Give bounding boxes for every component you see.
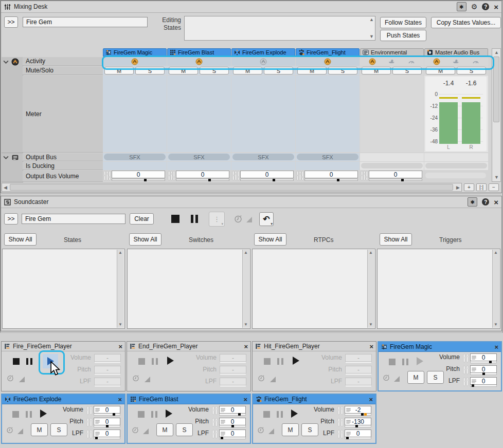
solo-button[interactable]: S bbox=[176, 423, 193, 436]
mute-button[interactable]: M bbox=[362, 67, 391, 74]
show-all-states-button[interactable]: Show All bbox=[4, 233, 37, 246]
close-icon[interactable]: × bbox=[118, 396, 122, 403]
scroll-down-icon[interactable]: ▼ bbox=[369, 323, 373, 327]
copy-states-values-button[interactable]: Copy States Values... bbox=[431, 17, 501, 28]
lpf-value[interactable]: 0 bbox=[94, 430, 120, 437]
pitch-value[interactable]: 0 bbox=[470, 365, 497, 373]
mixing-desk-titlebar[interactable]: Mixing Desk ✱ ⚙ ? × bbox=[1, 1, 501, 13]
scroll-up-icon[interactable]: ▲ bbox=[244, 251, 248, 255]
lpf-slider[interactable] bbox=[470, 385, 497, 387]
scroll-thumb[interactable] bbox=[10, 184, 453, 191]
selector-expand-button[interactable]: >> bbox=[4, 16, 18, 28]
list-scrollbar[interactable]: ▲ ▼ bbox=[242, 250, 249, 328]
volume-value[interactable]: 0 bbox=[112, 171, 165, 178]
close-icon[interactable]: × bbox=[369, 343, 373, 350]
mute-button[interactable]: M bbox=[31, 423, 48, 436]
lpf-value[interactable]: 0 bbox=[219, 430, 246, 437]
volume-slider[interactable] bbox=[176, 179, 229, 181]
mixing-session-name-input[interactable] bbox=[23, 17, 148, 27]
scroll-up-icon[interactable]: ▲ bbox=[494, 50, 499, 55]
player-titlebar[interactable]: Hit_FireGem_Player × bbox=[253, 342, 376, 351]
play-button[interactable] bbox=[291, 409, 298, 418]
volume-value[interactable]: 0 bbox=[240, 171, 294, 178]
scroll-up-icon[interactable]: ▲ bbox=[369, 251, 373, 255]
help-icon[interactable]: ? bbox=[482, 198, 489, 206]
pitch-slider[interactable] bbox=[470, 373, 497, 375]
mute-button[interactable]: M bbox=[104, 67, 134, 74]
solo-button[interactable]: S bbox=[135, 67, 165, 74]
column-header[interactable]: FireGem Explode bbox=[231, 48, 295, 57]
stop-button[interactable] bbox=[12, 411, 19, 418]
solo-button[interactable]: S bbox=[457, 67, 486, 74]
solo-button[interactable]: S bbox=[301, 423, 318, 436]
pause-button[interactable] bbox=[152, 358, 158, 365]
lpf-value[interactable]: 0 bbox=[345, 430, 371, 437]
lpf-slider[interactable] bbox=[345, 437, 371, 439]
player-titlebar[interactable]: Fire_FireGem_Player × bbox=[2, 342, 125, 351]
close-icon[interactable]: × bbox=[118, 343, 122, 350]
reset-button[interactable]: ↶ ▾ bbox=[259, 212, 274, 226]
soundcaster-session-input[interactable] bbox=[22, 214, 125, 224]
scroll-down-icon[interactable]: ▼ bbox=[244, 323, 248, 327]
list-scrollbar[interactable]: ▲ ▼ bbox=[492, 250, 499, 328]
mute-button[interactable]: M bbox=[233, 67, 262, 74]
play-button[interactable] bbox=[293, 357, 299, 365]
stop-button[interactable] bbox=[138, 411, 145, 418]
close-icon[interactable]: × bbox=[494, 3, 498, 11]
list-scrollbar[interactable]: ▲ ▼ bbox=[367, 250, 374, 328]
stop-button[interactable] bbox=[264, 358, 271, 365]
scroll-down-icon[interactable]: ▼ bbox=[118, 323, 122, 327]
close-icon[interactable]: × bbox=[369, 396, 373, 403]
scroll-thumb[interactable] bbox=[493, 57, 499, 122]
mute-button[interactable]: M bbox=[407, 371, 424, 384]
states-list[interactable]: ▲ ▼ bbox=[2, 249, 125, 329]
scroll-up-icon[interactable]: ▲ bbox=[118, 251, 122, 255]
module-titlebar[interactable]: FireGem Explode × bbox=[2, 395, 124, 404]
solo-button[interactable]: S bbox=[200, 67, 229, 74]
close-icon[interactable]: × bbox=[243, 396, 247, 403]
solo-button[interactable]: S bbox=[392, 67, 422, 74]
clear-button[interactable]: Clear bbox=[130, 213, 154, 225]
solo-button[interactable]: S bbox=[50, 423, 67, 436]
lpf-value[interactable]: 0 bbox=[470, 377, 497, 385]
show-all-rtpcs-button[interactable]: Show All bbox=[254, 233, 286, 246]
mute-button[interactable]: M bbox=[156, 423, 173, 436]
gear-icon[interactable]: ⚙ bbox=[471, 3, 478, 10]
player-titlebar[interactable]: End_FireGem_Player × bbox=[127, 342, 250, 351]
mute-button[interactable]: M bbox=[426, 67, 455, 74]
scroll-right-icon[interactable]: ▶ bbox=[456, 185, 460, 190]
switches-list[interactable]: ▲ ▼ bbox=[127, 249, 250, 329]
solo-button[interactable]: S bbox=[328, 67, 357, 74]
mute-button[interactable]: M bbox=[282, 423, 299, 436]
scroll-up-icon[interactable]: ▲ bbox=[369, 17, 374, 22]
play-button[interactable] bbox=[167, 357, 174, 365]
show-all-switches-button[interactable]: Show All bbox=[129, 233, 161, 246]
scroll-down-icon[interactable]: ▼ bbox=[494, 175, 499, 180]
scroll-down-icon[interactable]: ▼ bbox=[494, 323, 498, 327]
follow-states-button[interactable]: Follow States bbox=[380, 17, 426, 28]
output-bus-link[interactable]: SFX bbox=[232, 154, 294, 160]
play-button[interactable] bbox=[40, 409, 47, 418]
volume-value[interactable]: 0 bbox=[219, 406, 246, 414]
pitch-slider[interactable] bbox=[345, 425, 371, 427]
volume-slider[interactable] bbox=[304, 179, 358, 181]
pitch-value[interactable]: 0 bbox=[94, 418, 120, 425]
scroll-up-icon[interactable]: ▲ bbox=[494, 251, 498, 255]
mixer-horizontal-scrollbar[interactable]: ◀ ▶ bbox=[2, 183, 462, 192]
volume-value[interactable]: -2 bbox=[345, 406, 371, 414]
scroll-left-icon[interactable]: ◀ bbox=[4, 185, 7, 190]
volume-slider[interactable] bbox=[112, 179, 165, 181]
module-titlebar[interactable]: FireGem Magic × bbox=[379, 342, 501, 352]
volume-slider[interactable] bbox=[94, 414, 120, 416]
volume-slider[interactable] bbox=[470, 361, 497, 363]
more-options-button[interactable]: ⋮ ▾ bbox=[209, 212, 225, 227]
stop-button[interactable] bbox=[138, 358, 145, 365]
rtpcs-list[interactable]: ▲ ▼ bbox=[252, 249, 375, 329]
volume-slider[interactable] bbox=[369, 179, 422, 181]
scroll-down-icon[interactable]: ▼ bbox=[369, 34, 374, 39]
pin-view-icon[interactable]: ✱ bbox=[457, 2, 466, 11]
pause-button[interactable] bbox=[26, 358, 32, 365]
editing-states-box[interactable]: ▲ ▼ bbox=[184, 16, 375, 41]
volume-value[interactable]: 0 bbox=[470, 353, 497, 361]
pause-button[interactable] bbox=[277, 411, 283, 418]
